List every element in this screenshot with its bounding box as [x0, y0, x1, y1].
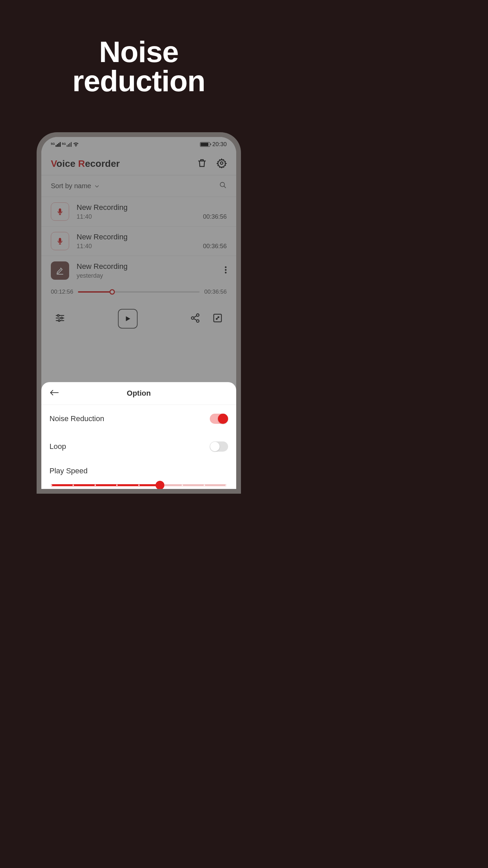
player-controls [41, 295, 236, 338]
search-icon[interactable] [219, 181, 227, 191]
status-left: 5G 5G [51, 142, 79, 147]
signal-icon-2 [67, 142, 72, 147]
recording-time: 11:40 [77, 243, 92, 250]
option-sheet: Option Noise Reduction Loop Play Speed [41, 382, 236, 489]
sort-row: Sort by name [41, 175, 236, 197]
sheet-header: Option [41, 382, 236, 405]
sheet-title: Option [49, 389, 228, 398]
status-time: 20:30 [212, 141, 227, 148]
svg-point-5 [225, 269, 227, 271]
network-label-2: 5G [62, 142, 66, 145]
svg-rect-3 [59, 238, 61, 242]
mic-icon [51, 232, 69, 250]
progress-slider[interactable] [78, 291, 200, 293]
chevron-down-icon [95, 184, 99, 189]
recording-title: New Recording [77, 203, 227, 212]
loop-row: Loop [41, 433, 236, 460]
sort-dropdown[interactable]: Sort by name [51, 182, 99, 190]
play-speed-label: Play Speed [49, 467, 228, 475]
promo-line1: Noise [0, 37, 278, 66]
recording-title: New Recording [77, 233, 227, 241]
progress-row: 00:12:56 00:36:56 [41, 285, 236, 295]
loop-toggle[interactable] [210, 441, 228, 452]
phone-screen: 5G 5G 20:30 Voice Recorder [41, 137, 236, 489]
play-button[interactable] [118, 309, 138, 329]
network-label: 5G [51, 142, 55, 145]
phone-frame: 5G 5G 20:30 Voice Recorder [37, 132, 241, 494]
play-speed-row: Play Speed [41, 460, 236, 486]
svg-point-7 [58, 315, 59, 316]
wifi-icon [73, 142, 79, 147]
app-title: Voice Recorder [51, 158, 120, 169]
app-header: Voice Recorder [41, 151, 236, 175]
signal-icon [56, 142, 61, 147]
list-item[interactable]: New Recording 11:40 00:36:56 [41, 197, 236, 226]
svg-point-9 [58, 320, 60, 321]
status-bar: 5G 5G 20:30 [41, 137, 236, 151]
noise-reduction-row: Noise Reduction [41, 405, 236, 433]
promo-line2: reduction [0, 66, 278, 96]
svg-point-8 [61, 317, 63, 319]
filter-icon[interactable] [55, 313, 65, 324]
promo-headline: Noise reduction [0, 0, 278, 96]
list-item[interactable]: New Recording 11:40 00:36:56 [41, 226, 236, 256]
noise-reduction-label: Noise Reduction [49, 414, 104, 423]
expand-icon[interactable] [212, 313, 223, 324]
list-item-selected[interactable]: New Recording yesterday [41, 256, 236, 285]
edit-icon [51, 261, 69, 280]
more-icon[interactable] [225, 266, 227, 275]
svg-point-12 [197, 320, 199, 322]
share-icon[interactable] [190, 313, 200, 324]
recording-duration: 00:36:56 [203, 213, 227, 220]
loop-label: Loop [49, 442, 66, 451]
elapsed-time: 00:12:56 [51, 289, 73, 295]
battery-icon [200, 142, 210, 147]
noise-reduction-toggle[interactable] [210, 414, 228, 424]
recording-duration: 00:36:56 [203, 243, 227, 250]
total-time: 00:36:56 [204, 289, 227, 295]
svg-point-4 [225, 267, 227, 268]
svg-point-10 [191, 317, 194, 319]
trash-icon[interactable] [197, 158, 207, 170]
svg-point-1 [220, 182, 225, 187]
sort-label: Sort by name [51, 182, 91, 190]
recording-time: yesterday [77, 272, 217, 279]
recording-title: New Recording [77, 262, 217, 271]
svg-point-0 [220, 162, 223, 164]
play-speed-slider[interactable] [51, 484, 227, 486]
recording-time: 11:40 [77, 213, 92, 220]
svg-point-11 [197, 314, 199, 317]
svg-rect-2 [59, 209, 61, 213]
mic-icon [51, 202, 69, 221]
gear-icon[interactable] [217, 158, 227, 170]
status-right: 20:30 [200, 141, 227, 148]
svg-point-6 [225, 272, 227, 274]
